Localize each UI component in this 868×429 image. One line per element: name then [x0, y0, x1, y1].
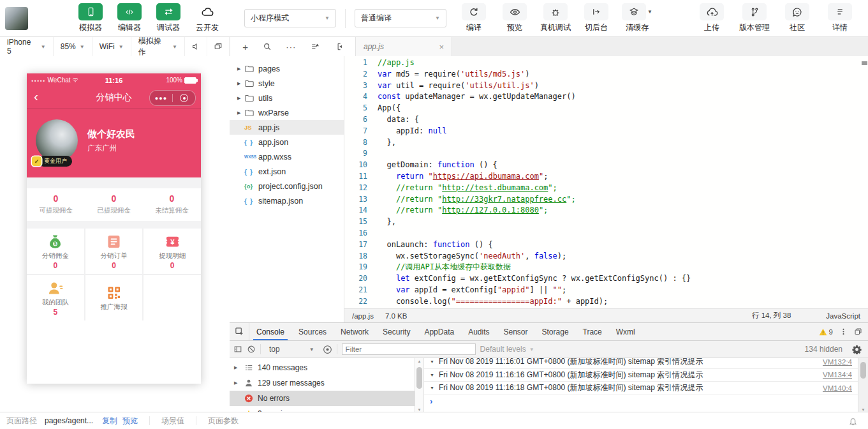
tree-item-name: ext.json — [258, 167, 286, 176]
tree-item-pages[interactable]: ▶pages — [230, 61, 344, 76]
toolbar-button-details[interactable]: 详情 — [823, 3, 857, 33]
grid-item[interactable]: $分销佣金0 — [27, 229, 84, 274]
collapse-panel-icon[interactable] — [334, 42, 343, 51]
tree-item-utils[interactable]: ▶utils — [230, 91, 344, 105]
bell-icon[interactable] — [848, 416, 858, 426]
undock-icon[interactable] — [854, 327, 862, 336]
filter-input[interactable] — [342, 343, 476, 355]
simulate-actions-select[interactable]: 模拟操作▼ — [131, 37, 185, 56]
back-chevron-icon[interactable]: ‹ — [34, 89, 38, 104]
console-filter-item[interactable]: ▶129 user messages — [230, 375, 415, 391]
toolbar-button-version[interactable]: 版本管理 — [738, 3, 771, 33]
console-message-source[interactable]: VM132:4 — [823, 358, 852, 366]
console-message[interactable]: ▼Fri Nov 08 2019 11:16:01 GMT+0800 (新加坡标… — [424, 358, 858, 369]
devtools-tab-network[interactable]: Network — [334, 323, 376, 340]
scene-value-label[interactable]: 场景值 — [161, 416, 184, 426]
devtools-tab-storage[interactable]: Storage — [535, 323, 576, 340]
mode-select[interactable]: 小程序模式 ▼ — [244, 9, 336, 27]
console-filter-item[interactable]: ▶140 messages — [230, 360, 415, 375]
toolbar-button-clear-cache[interactable]: ▼清缓存 — [619, 3, 656, 33]
tree-item-wxParse[interactable]: ▶wxParse — [230, 105, 344, 120]
menu-dots-icon[interactable]: ●●● — [150, 95, 172, 102]
compile-mode-select[interactable]: 普通编译 ▼ — [355, 9, 446, 27]
tree-item-sitemap-json[interactable]: { }sitemap.json — [230, 193, 344, 208]
devtools-tab-security[interactable]: Security — [376, 323, 417, 340]
tree-item-project-config-json[interactable]: {o}project.config.json — [230, 179, 344, 193]
toolbar-button-cloud-dev[interactable]: 云开发 — [191, 3, 224, 33]
code-token: //app.js — [378, 58, 415, 67]
badge-check-icon: ✓ — [32, 156, 41, 166]
tree-item-ext-json[interactable]: { }ext.json — [230, 164, 344, 179]
devtools-tab-appdata[interactable]: AppData — [417, 323, 461, 340]
grid-item[interactable]: 我的团队5 — [27, 275, 84, 320]
toolbar-button-simulator[interactable]: 模拟器 — [74, 3, 107, 33]
search-icon[interactable] — [263, 42, 272, 51]
record-icon[interactable] — [173, 94, 195, 102]
tree-item-name: wxParse — [258, 109, 289, 117]
svg-text:¥: ¥ — [170, 238, 175, 246]
profile-location: 广东广州 — [87, 144, 135, 153]
console-message-source[interactable]: VM134:4 — [823, 371, 852, 379]
console-message-source[interactable]: VM140:4 — [823, 384, 852, 392]
user-avatar[interactable] — [5, 7, 28, 30]
toolbar-button-preview[interactable]: 预览 — [496, 3, 533, 33]
toolbar-button-editor[interactable]: 编辑器 — [113, 3, 146, 33]
console-prompt[interactable]: › — [424, 395, 858, 407]
console-message[interactable]: ▼Fri Nov 08 2019 11:16:16 GMT+0800 (新加坡标… — [424, 369, 858, 382]
inspect-element-icon[interactable] — [230, 323, 249, 340]
kebab-menu-icon[interactable] — [839, 327, 848, 336]
mute-icon[interactable] — [185, 37, 207, 56]
close-icon[interactable]: × — [439, 42, 444, 52]
console-message[interactable]: ▼Fri Nov 08 2019 11:16:18 GMT+0800 (新加坡标… — [424, 382, 858, 395]
preview-link[interactable]: 预览 — [122, 416, 138, 426]
code-token: http://127.0.0.1:8080 — [442, 206, 539, 214]
device-select[interactable]: iPhone 5▼ — [0, 37, 54, 56]
console-scrollbar[interactable]: ▼ — [858, 358, 868, 413]
toolbar-button-debugger[interactable]: 调试器 — [152, 3, 185, 33]
gear-icon[interactable] — [852, 345, 862, 354]
toolbar-button-remote-debug[interactable]: 真机调试 — [537, 3, 574, 33]
devtools-tab-audits[interactable]: Audits — [461, 323, 496, 340]
network-select[interactable]: WiFi▼ — [92, 37, 131, 56]
code-area[interactable]: 1//app.js2var md5 = require('utils/md5.j… — [344, 56, 868, 308]
grid-item[interactable]: 推广海报 — [85, 275, 143, 320]
stat-item: 0已提现佣金 — [85, 193, 143, 215]
frame-context-select[interactable]: top ▼ — [265, 345, 318, 354]
clear-console-icon[interactable] — [247, 345, 256, 354]
toolbar-button-upload[interactable]: 上传 — [695, 3, 728, 33]
devtools-tab-sensor[interactable]: Sensor — [497, 323, 535, 340]
devtools-tab-trace[interactable]: Trace — [576, 323, 609, 340]
grid-item[interactable]: ¥提现明细0 — [143, 229, 201, 274]
code-line: 21 var appId = extConfig["appid"] || ""; — [344, 285, 868, 296]
tree-item-style[interactable]: ▶style — [230, 76, 344, 91]
editor-scrollbar-thumb[interactable] — [862, 61, 867, 65]
devtools-tab-console[interactable]: Console — [249, 323, 291, 340]
tree-item-app-json[interactable]: { }app.json — [230, 135, 344, 149]
more-icon[interactable]: ··· — [286, 42, 296, 52]
devtools-tab-wxml[interactable]: Wxml — [609, 323, 642, 340]
new-file-icon[interactable]: + — [242, 41, 248, 52]
sidebar-scrollbar[interactable]: ▲ ▼ — [415, 358, 424, 413]
tree-item-app-js[interactable]: JSapp.js — [230, 120, 344, 135]
toolbar-button-compile[interactable]: 编译 — [455, 3, 492, 33]
grid-item[interactable]: 分销订单0 — [85, 229, 143, 274]
tab-app-js[interactable]: app.js × — [356, 37, 452, 56]
separate-window-icon[interactable] — [207, 37, 230, 56]
warning-count-badge[interactable]: 9 — [819, 328, 833, 336]
eye-icon[interactable] — [323, 345, 332, 354]
zoom-select[interactable]: 85%▼ — [54, 37, 92, 56]
console-filter-item[interactable]: No errors — [230, 391, 415, 406]
chevron-down-icon: ▼ — [430, 386, 434, 390]
toolbar-button-community[interactable]: 社区 — [781, 3, 814, 33]
toolbar-button-background[interactable]: 切后台 — [578, 3, 615, 33]
copy-link[interactable]: 复制 — [102, 416, 117, 426]
sort-list-icon[interactable] — [311, 42, 320, 51]
line-number: 12 — [344, 183, 378, 194]
page-params-label[interactable]: 页面参数 — [208, 416, 239, 426]
code-line-content: //app.js — [378, 57, 415, 69]
devtools-tab-sources[interactable]: Sources — [291, 323, 334, 340]
language-mode[interactable]: JavaScript — [826, 312, 860, 320]
tree-item-app-wxss[interactable]: WXSSapp.wxss — [230, 149, 344, 164]
sidebar-toggle-icon[interactable] — [233, 345, 242, 354]
log-levels-select[interactable]: Default levels ▼ — [480, 345, 534, 354]
